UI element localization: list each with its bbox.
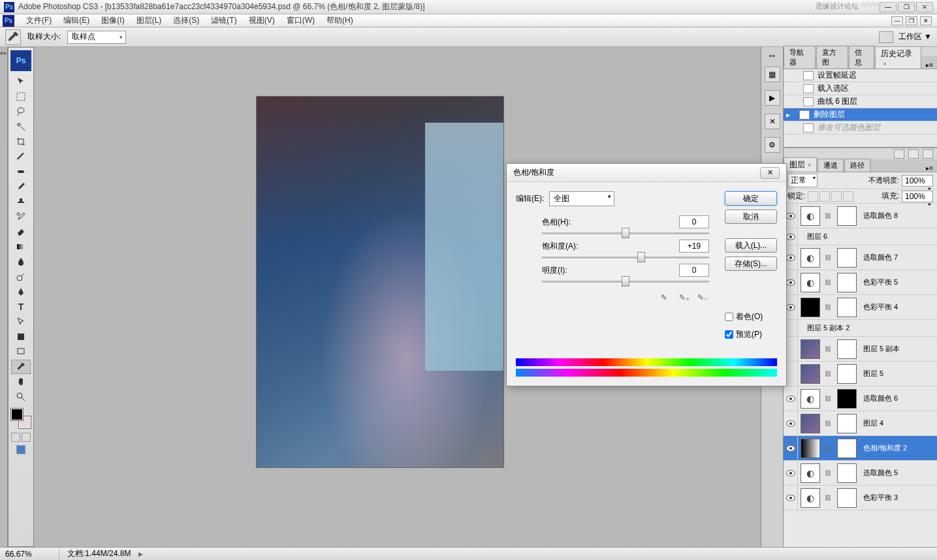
mask-thumbnail[interactable]	[837, 389, 857, 409]
marquee-tool[interactable]	[11, 89, 31, 104]
opacity-input[interactable]: 100%	[902, 175, 933, 187]
layer-name[interactable]: 图层 4	[859, 418, 883, 428]
layer-name[interactable]: 色彩平衡 4	[859, 302, 898, 312]
menu-view[interactable]: 视图(V)	[244, 14, 280, 27]
menu-layer[interactable]: 图层(L)	[131, 14, 167, 27]
layer-row[interactable]: ⛓图层 4	[784, 411, 937, 436]
strip-icon-4[interactable]: ⚙	[765, 137, 780, 153]
layer-row[interactable]: ⛓选取颜色 5	[784, 461, 937, 486]
saturation-input[interactable]	[679, 240, 709, 253]
colorize-checkbox[interactable]	[725, 313, 733, 321]
layer-thumbnail[interactable]	[801, 414, 820, 433]
tab-navigator[interactable]: 导航器	[784, 46, 816, 69]
layer-name[interactable]: 色彩平衡 5	[859, 277, 898, 287]
mask-thumbnail[interactable]	[837, 488, 857, 508]
layer-name[interactable]: 选取颜色 6	[859, 394, 898, 403]
history-item[interactable]: 曲线 6 图层	[784, 95, 937, 108]
visibility-toggle[interactable]	[784, 461, 798, 485]
mask-thumbnail[interactable]	[837, 414, 857, 433]
layer-row[interactable]: ⛓色彩平衡 4	[784, 295, 937, 320]
mask-thumbnail[interactable]	[837, 248, 857, 268]
layer-row[interactable]: ⛓选取颜色 7	[784, 245, 937, 270]
history-item[interactable]: 载入选区	[784, 82, 937, 95]
save-button[interactable]: 存储(S)...	[725, 257, 777, 271]
crop-tool[interactable]	[11, 134, 31, 149]
layer-thumbnail[interactable]	[801, 206, 820, 226]
mask-thumbnail[interactable]	[837, 206, 857, 226]
heal-tool[interactable]	[11, 164, 31, 179]
layer-row[interactable]: ⛓色彩平衡 3	[784, 486, 937, 510]
tab-info[interactable]: 信息	[849, 46, 874, 69]
dodge-tool[interactable]	[11, 270, 31, 284]
preview-checkbox[interactable]	[725, 330, 733, 339]
strip-icon-1[interactable]: ▦	[765, 67, 780, 82]
dialog-close-button[interactable]: ✕	[760, 167, 780, 179]
doc-minimize-button[interactable]: —	[891, 16, 903, 25]
dialog-titlebar[interactable]: 色相/饱和度 ✕	[507, 164, 786, 182]
bridge-icon[interactable]	[879, 31, 893, 43]
menu-image[interactable]: 图像(I)	[96, 14, 129, 27]
saturation-slider[interactable]	[542, 257, 709, 258]
layer-row[interactable]: 图层 6	[784, 228, 937, 245]
eyedropper-add-icon[interactable]: ✎₊	[679, 293, 691, 305]
eraser-tool[interactable]	[11, 225, 31, 239]
standard-mode-button[interactable]	[11, 433, 20, 442]
visibility-toggle[interactable]	[784, 486, 798, 510]
lightness-slider[interactable]	[542, 281, 709, 283]
menu-file[interactable]: 文件(F)	[21, 14, 57, 27]
layer-thumbnail[interactable]	[801, 298, 820, 317]
layer-row[interactable]: ⛓色相/饱和度 2	[784, 436, 937, 461]
lock-pixels-button[interactable]	[819, 191, 830, 202]
saturation-thumb[interactable]	[637, 252, 645, 262]
layer-name[interactable]: 图层 5 副本 2	[803, 323, 850, 333]
eyedropper-icon[interactable]: ✎	[661, 293, 673, 305]
path-tool[interactable]	[11, 315, 31, 329]
lock-all-button[interactable]	[843, 191, 853, 202]
lock-transparent-button[interactable]	[808, 191, 818, 202]
pen-tool[interactable]	[11, 285, 31, 299]
tab-histogram[interactable]: 直方图	[816, 46, 848, 69]
zoom-level[interactable]: 66.67%	[5, 550, 51, 559]
strip-icon-3[interactable]: ✕	[765, 114, 780, 129]
eyedropper-tool[interactable]	[11, 360, 31, 374]
menu-filter[interactable]: 滤镜(T)	[206, 14, 242, 27]
mask-thumbnail[interactable]	[837, 439, 857, 458]
history-item[interactable]: 修改可选颜色图层	[784, 121, 937, 134]
menu-select[interactable]: 选择(S)	[168, 14, 204, 27]
slice-tool[interactable]	[11, 149, 31, 164]
layer-name[interactable]: 选取颜色 8	[859, 211, 898, 221]
hue-input[interactable]	[679, 215, 709, 228]
strip-collapse[interactable]: ▸▸	[769, 52, 776, 59]
mask-thumbnail[interactable]	[837, 339, 857, 359]
layer-name[interactable]: 图层 5	[859, 369, 883, 379]
shape-tool[interactable]	[11, 330, 31, 344]
tab-paths[interactable]: 路径	[844, 159, 870, 172]
cancel-button[interactable]: 取消	[725, 210, 777, 224]
layer-row[interactable]: ⛓图层 5	[784, 362, 937, 386]
lock-position-button[interactable]	[831, 191, 842, 202]
layer-thumbnail[interactable]	[801, 463, 820, 483]
brush-tool[interactable]	[11, 179, 31, 194]
layer-row[interactable]: 图层 5 副本 2	[784, 320, 937, 337]
move-tool[interactable]	[11, 74, 31, 89]
layer-name[interactable]: 图层 6	[803, 232, 827, 241]
menu-edit[interactable]: 编辑(E)	[58, 14, 95, 27]
visibility-toggle[interactable]	[784, 436, 798, 460]
workspace-label[interactable]: 工作区 ▼	[898, 31, 932, 42]
notes-tool[interactable]	[11, 345, 31, 359]
document-canvas[interactable]	[256, 96, 504, 468]
mask-thumbnail[interactable]	[837, 298, 857, 317]
menu-help[interactable]: 帮助(H)	[321, 14, 358, 27]
visibility-toggle[interactable]	[784, 386, 798, 411]
menu-window[interactable]: 窗口(W)	[281, 14, 320, 27]
history-brush-tool[interactable]	[11, 210, 31, 224]
layer-name[interactable]: 选取颜色 7	[859, 253, 898, 262]
layer-thumbnail[interactable]	[801, 364, 820, 384]
hand-tool[interactable]	[11, 375, 31, 389]
lasso-tool[interactable]	[11, 104, 31, 119]
edit-dropdown[interactable]: 全图	[549, 191, 614, 206]
layer-row[interactable]: ⛓选取颜色 8	[784, 204, 937, 228]
wand-tool[interactable]	[11, 119, 31, 134]
doc-close-button[interactable]: ✕	[920, 16, 932, 25]
strip-icon-2[interactable]: ▶	[765, 90, 780, 106]
